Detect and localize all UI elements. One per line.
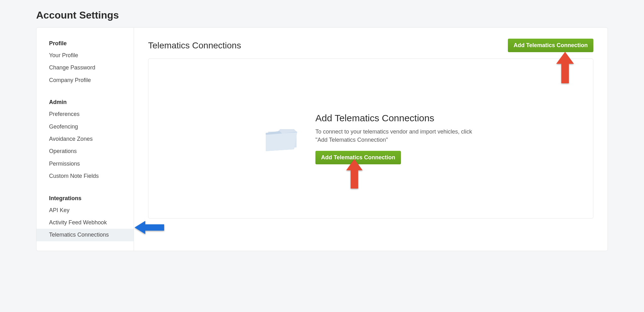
empty-state: Add Telematics Connections To connect to… bbox=[263, 113, 479, 164]
sidebar-item-activity-feed-webhook[interactable]: Activity Feed Webhook bbox=[36, 216, 134, 229]
sidebar-item-api-key[interactable]: API Key bbox=[36, 204, 134, 216]
sidebar-item-change-password[interactable]: Change Password bbox=[36, 62, 134, 74]
main-title: Telematics Connections bbox=[148, 41, 241, 51]
sidebar-item-company-profile[interactable]: Company Profile bbox=[36, 74, 134, 86]
sidebar-item-avoidance-zones[interactable]: Avoidance Zones bbox=[36, 133, 134, 145]
sidebar-header-profile: Profile bbox=[36, 40, 134, 49]
settings-sidebar: Profile Your Profile Change Password Com… bbox=[36, 28, 134, 251]
sidebar-item-permissions[interactable]: Permissions bbox=[36, 158, 134, 170]
empty-state-description: To connect to your telematics vendor and… bbox=[315, 128, 479, 144]
sidebar-item-custom-note-fields[interactable]: Custom Note Fields bbox=[36, 170, 134, 182]
sidebar-header-admin: Admin bbox=[36, 99, 134, 108]
settings-card: Profile Your Profile Change Password Com… bbox=[36, 27, 608, 251]
sidebar-item-operations[interactable]: Operations bbox=[36, 145, 134, 157]
sidebar-item-your-profile[interactable]: Your Profile bbox=[36, 49, 134, 62]
content-box: Add Telematics Connections To connect to… bbox=[148, 58, 593, 219]
folder-icon bbox=[263, 122, 300, 155]
sidebar-header-integrations: Integrations bbox=[36, 195, 134, 204]
sidebar-item-geofencing[interactable]: Geofencing bbox=[36, 121, 134, 133]
main-content: Telematics Connections Add Telematics Co… bbox=[134, 28, 608, 251]
add-telematics-connection-button-top[interactable]: Add Telematics Connection bbox=[508, 39, 593, 52]
sidebar-item-preferences[interactable]: Preferences bbox=[36, 108, 134, 120]
add-telematics-connection-button-center[interactable]: Add Telematics Connection bbox=[315, 151, 401, 164]
empty-state-heading: Add Telematics Connections bbox=[315, 113, 479, 123]
page-title: Account Settings bbox=[36, 9, 608, 21]
sidebar-item-telematics-connections[interactable]: Telematics Connections bbox=[36, 229, 134, 241]
